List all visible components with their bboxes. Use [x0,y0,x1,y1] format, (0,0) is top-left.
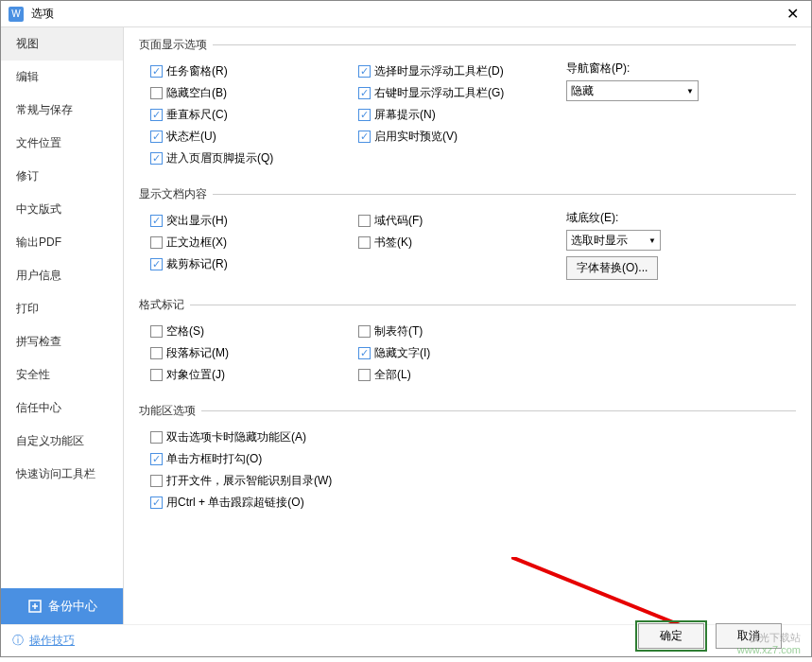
checkbox-icon [150,131,163,143]
info-icon: ⓘ [12,633,24,649]
check-tabs[interactable]: 制表符(T) [358,321,566,342]
check-header-footer-prompt[interactable]: 进入页眉页脚提示(Q) [150,148,358,169]
check-para-marks[interactable]: 段落标记(M) [150,342,358,364]
check-highlight[interactable]: 突出显示(H) [150,210,358,232]
titlebar: W 选项 ✕ [1,1,811,27]
nav-pane-label: 导航窗格(P): [566,61,796,77]
annotation-arrow [511,557,786,624]
sidebar-item-print[interactable]: 打印 [1,292,123,325]
check-task-pane[interactable]: 任务窗格(R) [150,61,358,82]
sidebar-item-output-pdf[interactable]: 输出PDF [1,226,123,259]
checkbox-icon [358,369,371,381]
close-button[interactable]: ✕ [781,3,803,26]
checkbox-icon [358,87,371,99]
checkbox-icon [358,215,371,227]
check-select-float-toolbar[interactable]: 选择时显示浮动工具栏(D) [358,61,566,82]
backup-label: 备份中心 [48,598,97,615]
checkbox-icon [358,325,371,338]
checkbox-icon [358,65,371,78]
checkbox-icon [150,65,163,78]
sidebar-item-security[interactable]: 安全性 [1,358,123,392]
sidebar-item-revision[interactable]: 修订 [1,160,123,193]
check-field-code[interactable]: 域代码(F) [358,210,566,232]
check-rclick-float-toolbar[interactable]: 右键时显示浮动工具栏(G) [358,82,566,104]
checkbox-icon [150,431,163,444]
backup-icon [27,599,43,614]
field-shading-dropdown[interactable]: 选取时显示 ▼ [566,230,661,251]
nav-pane-dropdown[interactable]: 隐藏 ▼ [566,80,699,101]
section-ribbon: 功能区选项 双击选项卡时隐藏功能区(A) 单击方框时打勾(O) 打开文件，展示智… [139,403,796,519]
checkbox-icon [358,131,371,143]
checkbox-icon [150,236,163,249]
check-ctrl-hyperlink[interactable]: 用Ctrl + 单击跟踪超链接(O) [150,492,796,514]
footer: 确定 取消 [623,616,797,656]
backup-center-button[interactable]: 备份中心 [1,588,123,624]
sidebar-item-user-info[interactable]: 用户信息 [1,259,123,292]
check-all[interactable]: 全部(L) [358,364,566,386]
caret-down-icon: ▼ [648,236,656,245]
sidebar-item-general-save[interactable]: 常规与保存 [1,94,123,127]
sidebar: 视图 编辑 常规与保存 文件位置 修订 中文版式 输出PDF 用户信息 打印 拼… [1,27,124,624]
dialog-title: 选项 [31,6,781,22]
sidebar-item-custom-ribbon[interactable]: 自定义功能区 [1,425,123,458]
check-status-bar[interactable]: 状态栏(U) [150,126,358,148]
checkbox-icon [150,87,163,99]
sidebar-item-edit[interactable]: 编辑 [1,61,123,94]
checkbox-icon [150,475,163,487]
sidebar-item-view[interactable]: 视图 [1,27,123,61]
caret-down-icon: ▼ [686,87,694,96]
checkbox-icon [150,347,163,359]
legend-format-marks: 格式标记 [139,297,190,313]
checkbox-icon [150,109,163,121]
check-live-preview[interactable]: 启用实时预览(V) [358,126,566,148]
check-crop-marks[interactable]: 裁剪标记(R) [150,253,358,275]
legend-doc-content: 显示文档内容 [139,186,213,202]
check-text-border[interactable]: 正文边框(X) [150,232,358,253]
check-bookmarks[interactable]: 书签(K) [358,232,566,253]
section-page-display: 页面显示选项 任务窗格(R) 隐藏空白(B) 垂直标尺(C) 状态栏(U) 进入… [139,37,796,175]
legend-ribbon: 功能区选项 [139,403,201,419]
check-open-smart[interactable]: 打开文件，展示智能识别目录(W) [150,470,796,492]
sidebar-item-trust-center[interactable]: 信任中心 [1,392,123,425]
checkbox-icon [150,453,163,465]
checkbox-icon [358,109,371,121]
checkbox-icon [150,369,163,381]
sidebar-item-spellcheck[interactable]: 拼写检查 [1,325,123,358]
app-icon: W [9,7,24,22]
check-screen-tips[interactable]: 屏幕提示(N) [358,104,566,126]
sidebar-item-file-location[interactable]: 文件位置 [1,127,123,160]
check-dblclick-hide[interactable]: 双击选项卡时隐藏功能区(A) [150,427,796,448]
section-doc-content: 显示文档内容 突出显示(H) 正文边框(X) 裁剪标记(R) 域代码(F) 书签… [139,186,796,286]
checkbox-icon [358,347,371,359]
cancel-button[interactable]: 取消 [716,623,782,649]
check-hide-blank[interactable]: 隐藏空白(B) [150,82,358,104]
field-shading-label: 域底纹(E): [566,210,796,226]
checkbox-icon [150,496,163,509]
section-format-marks: 格式标记 空格(S) 段落标记(M) 对象位置(J) 制表符(T) 隐藏文字(I… [139,297,796,392]
check-click-check[interactable]: 单击方框时打勾(O) [150,448,796,470]
font-replace-button[interactable]: 字体替换(O)... [566,256,658,280]
checkbox-icon [358,236,371,249]
sidebar-item-chinese-layout[interactable]: 中文版式 [1,193,123,226]
checkbox-icon [150,215,163,227]
check-hidden-text[interactable]: 隐藏文字(I) [358,342,566,364]
check-vertical-ruler[interactable]: 垂直标尺(C) [150,104,358,126]
ok-button[interactable]: 确定 [638,623,704,649]
check-object-pos[interactable]: 对象位置(J) [150,364,358,386]
content-panel: 页面显示选项 任务窗格(R) 隐藏空白(B) 垂直标尺(C) 状态栏(U) 进入… [124,27,811,624]
check-spaces[interactable]: 空格(S) [150,321,358,342]
svg-line-2 [511,557,757,624]
sidebar-item-quick-access[interactable]: 快速访问工具栏 [1,458,123,491]
legend-page-display: 页面显示选项 [139,37,213,53]
checkbox-icon [150,152,163,165]
checkbox-icon [150,325,163,338]
checkbox-icon [150,258,163,270]
